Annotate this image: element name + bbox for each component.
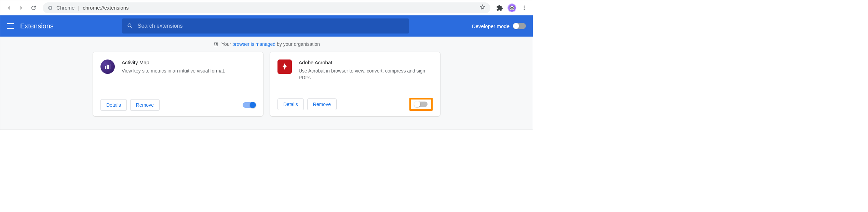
extension-toggle[interactable] <box>415 102 428 107</box>
managed-link[interactable]: browser is managed <box>232 41 275 47</box>
address-bar[interactable]: Chrome | chrome://extensions <box>43 2 490 13</box>
extension-name: Adobe Acrobat <box>299 59 433 65</box>
address-app-label: Chrome <box>56 5 74 11</box>
managed-prefix: Your <box>221 41 232 47</box>
svg-point-1 <box>49 7 51 9</box>
search-box[interactable] <box>122 18 409 34</box>
reload-button[interactable] <box>28 2 39 14</box>
search-icon <box>127 23 134 29</box>
extension-card: Adobe Acrobat Use Acrobat in browser to … <box>270 52 440 117</box>
menu-icon[interactable] <box>7 22 15 30</box>
address-separator: | <box>78 5 79 11</box>
extension-description: Use Acrobat in browser to view, convert,… <box>299 67 433 81</box>
developer-mode: Developer mode <box>472 23 526 29</box>
toggle-wrap <box>409 98 433 111</box>
svg-point-3 <box>524 7 525 8</box>
forward-button[interactable] <box>15 2 27 14</box>
address-url: chrome://extensions <box>83 5 128 11</box>
extension-icon <box>100 59 115 74</box>
building-icon <box>213 41 219 47</box>
back-button[interactable] <box>3 2 15 14</box>
bookmark-star-icon[interactable] <box>479 4 486 11</box>
browser-toolbar: Chrome | chrome://extensions 🐼 <box>0 0 533 15</box>
search-input[interactable] <box>138 23 404 29</box>
extension-description: View key site metrics in an intuitive vi… <box>122 67 225 74</box>
managed-notice: Your browser is managed by your organisa… <box>0 37 533 52</box>
menu-dots-icon[interactable] <box>518 2 530 14</box>
extension-card: Activity Map View key site metrics in an… <box>93 52 263 117</box>
remove-button[interactable]: Remove <box>307 98 337 110</box>
svg-point-2 <box>524 5 525 6</box>
extensions-grid: Activity Map View key site metrics in an… <box>0 52 533 117</box>
extension-toggle[interactable] <box>243 102 256 108</box>
extension-name: Activity Map <box>122 59 225 65</box>
developer-mode-label: Developer mode <box>472 23 510 29</box>
profile-avatar[interactable]: 🐼 <box>506 2 518 14</box>
developer-mode-toggle[interactable] <box>513 23 526 29</box>
extensions-header: Extensions Developer mode <box>0 15 533 37</box>
toggle-wrap <box>243 102 256 108</box>
chrome-icon <box>48 5 53 11</box>
details-button[interactable]: Details <box>277 98 304 110</box>
avatar-icon: 🐼 <box>507 3 516 12</box>
content-area: Your browser is managed by your organisa… <box>0 37 533 130</box>
page-title: Extensions <box>20 22 54 30</box>
highlight-box <box>409 98 433 111</box>
svg-point-4 <box>524 9 525 10</box>
extensions-puzzle-icon[interactable] <box>494 2 505 14</box>
extension-icon <box>277 59 292 74</box>
details-button[interactable]: Details <box>100 99 127 111</box>
managed-suffix: by your organisation <box>275 41 320 47</box>
remove-button[interactable]: Remove <box>130 99 160 111</box>
